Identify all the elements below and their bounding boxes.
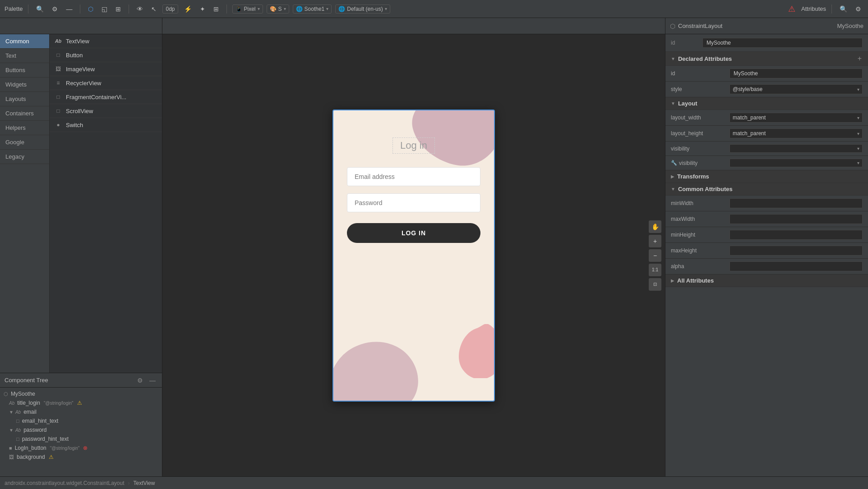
search-btn[interactable]: 🔍 [34,4,46,14]
layout-width-dropdown[interactable]: match_parent ▾ [729,113,863,123]
eye-btn[interactable]: 👁 [134,4,145,14]
locale2-dropdown[interactable]: 🌐 Default (en-us) ▾ [335,5,390,14]
declared-id-input[interactable] [729,69,863,78]
tree-item-password[interactable]: ▼ Ab password [0,425,162,434]
common-attributes-header[interactable]: ▼ Common Attributes [665,183,868,196]
tree-login-btn-badge: "@string/login" [50,446,80,451]
palette-item-button[interactable]: □ Button [50,48,162,62]
alpha-input[interactable] [729,261,863,271]
fragment-icon: □ [54,93,62,101]
theme-dropdown[interactable]: 🎨 S ▾ [267,5,289,14]
visibility-label-2: 🔧 visibility [671,160,725,166]
tree-minimize-btn[interactable]: — [148,376,157,385]
error-indicator[interactable]: ⚠ [786,3,798,15]
transforms-section-header[interactable]: ▶ Transforms [665,170,868,183]
visibility-label-1: visibility [671,146,725,152]
tree-item-mysoothe[interactable]: ⬡ MySoothe [0,389,162,398]
palette-item-scrollview[interactable]: □ ScrollView [50,104,162,118]
zoom-to-fit-btn[interactable]: ⊡ [649,278,661,291]
attr-settings-btn[interactable]: ⚙ [853,4,863,14]
cursor-btn[interactable]: ↖ [149,4,159,14]
minimize-btn[interactable]: — [64,4,74,14]
layout-section-title: Layout [678,100,863,107]
attr-panel-header: ⬡ ConstraintLayout MySoothe [665,18,868,34]
zoom-out-btn[interactable]: − [649,249,661,262]
device-dropdown[interactable]: 📱 Pixel ▾ [232,5,263,14]
maxheight-container [729,246,863,256]
palette-item-fragmentcontainerview[interactable]: □ FragmentContainerVi... [50,90,162,104]
declared-style-dropdown[interactable]: @style/base ▾ [729,84,863,94]
design-mode-btn[interactable]: ⬡ [86,4,96,14]
tree-settings-btn[interactable]: ⚙ [135,376,145,385]
category-common[interactable]: Common [0,34,49,49]
palette-item-recyclerview[interactable]: ≡ RecyclerView [50,76,162,90]
tree-item-login-button[interactable]: ■ LogIn_button "@string/login" ⊗ [0,443,162,452]
category-buttons[interactable]: Buttons [0,63,49,78]
tree-password-expand: ▼ [9,428,14,433]
tree-header: Component Tree ⚙ — [0,373,162,388]
category-widgets[interactable]: Widgets [0,78,49,92]
locale1-dropdown[interactable]: 🌐 Soothe1 ▾ [293,5,332,14]
maxwidth-input[interactable] [729,214,863,224]
visibility-dropdown-2[interactable]: ▾ [729,159,863,167]
all-attributes-header[interactable]: ▶ All Attributes [665,274,868,287]
visibility-dropdown-1[interactable]: ▾ [729,144,863,153]
minwidth-input[interactable] [729,198,863,208]
category-google[interactable]: Google [0,135,49,150]
category-layouts[interactable]: Layouts [0,92,49,106]
magic-btn[interactable]: ✦ [198,4,208,14]
main-area: Common Text Buttons Widgets Layouts Cont… [0,18,868,476]
visibility-text-2: visibility [679,160,697,166]
tree-item-password-hint[interactable]: □ password_hint_text [0,434,162,443]
canvas-side-controls: ✋ + − 1:1 ⊡ [649,220,661,291]
tree-title-login-badge: "@string/login" [44,401,74,406]
blueprint-btn[interactable]: ◱ [99,4,110,14]
canvas-content: Log in LOG IN ✋ + − 1:1 ⊡ [162,34,665,476]
zoom-fit-btn[interactable]: 1:1 [649,264,661,276]
declared-id-label: id [671,70,725,77]
declared-attributes-header[interactable]: ▼ Declared Attributes + [665,52,868,66]
category-containers[interactable]: Containers [0,106,49,121]
palette-item-imageview[interactable]: 🖼 ImageView [50,62,162,76]
tree-item-email[interactable]: ▼ Ab email [0,407,162,416]
tree-item-background[interactable]: 🖼 background ⚠ [0,452,162,462]
minheight-input[interactable] [729,230,863,240]
phone-content: Log in LOG IN [333,110,494,256]
align-btn[interactable]: ⊞ [211,4,221,14]
email-input[interactable] [347,167,480,186]
dp-dropdown[interactable]: 0dp [162,5,178,14]
split-mode-btn[interactable]: ⊞ [113,4,123,14]
zoom-in-btn[interactable]: + [649,235,661,247]
attr-search-btn[interactable]: 🔍 [837,4,850,14]
visibility-container-1: ▾ [729,144,863,153]
alpha-label: alpha [671,263,725,270]
common-chevron: ▼ [671,187,675,192]
connect-btn[interactable]: ⚡ [182,4,194,14]
tree-item-email-hint[interactable]: □ email_hint_text [0,416,162,425]
maxheight-input[interactable] [729,246,863,256]
hand-tool-btn[interactable]: ✋ [649,220,661,233]
palette-item-textview[interactable]: Ab TextView [50,34,162,48]
id-input[interactable] [702,38,863,48]
layout-height-dropdown[interactable]: match_parent ▾ [729,128,863,138]
declared-add-btn[interactable]: + [857,55,863,63]
minheight-label: minHeight [671,232,725,238]
category-legacy[interactable]: Legacy [0,150,49,164]
layout-width-label: layout_width [671,114,725,121]
tree-item-title-login[interactable]: Ab title_login "@string/login" ⚠ [0,398,162,407]
switch-icon: ● [54,121,62,129]
category-helpers[interactable]: Helpers [0,121,49,135]
style-dropdown-arrow: ▾ [857,87,859,92]
login-button[interactable]: LOG IN [347,223,480,243]
palette-header [0,18,162,34]
breadcrumb-constraintlayout[interactable]: androidx.constraintlayout.widget.Constra… [5,480,125,486]
breadcrumb-textview: TextView [134,480,155,486]
password-input[interactable] [347,193,480,212]
layout-width-value: match_parent [733,114,766,121]
maxwidth-row: maxWidth [665,211,868,227]
layout-section-header[interactable]: ▼ Layout [665,97,868,110]
category-text[interactable]: Text [0,49,49,63]
tree-background-label: background [17,454,45,460]
palette-item-switch[interactable]: ● Switch [50,118,162,132]
settings-btn[interactable]: ⚙ [50,4,60,14]
